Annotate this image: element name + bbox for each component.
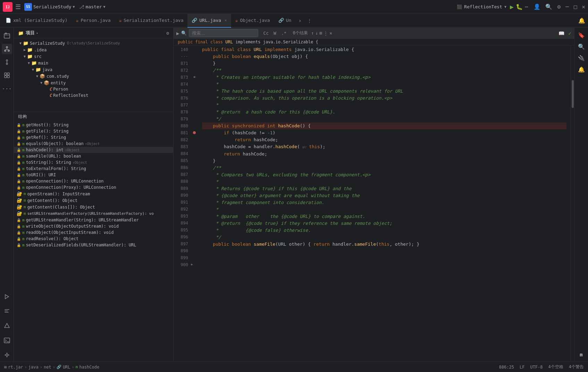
tree-java[interactable]: ▼ 📁 java bbox=[14, 66, 173, 73]
sidebar-vcs-icon[interactable] bbox=[2, 57, 12, 67]
search-close[interactable]: ✕ bbox=[329, 31, 332, 36]
branch-selector[interactable]: ⎇ master ▼ bbox=[79, 4, 106, 9]
search-case-sensitive[interactable]: Cc bbox=[262, 30, 270, 36]
search-panel-toggle[interactable]: ▶ bbox=[176, 31, 179, 36]
sidebar-run-icon[interactable] bbox=[2, 291, 12, 302]
search-regex[interactable]: .* bbox=[280, 30, 288, 36]
statusbar-lf[interactable]: LF bbox=[520, 365, 524, 370]
sidebar-terminal-icon[interactable] bbox=[2, 335, 12, 346]
search-icon[interactable]: 🔍 bbox=[545, 3, 552, 10]
sidebar-project-icon[interactable] bbox=[2, 31, 12, 41]
tab-context-menu[interactable]: ⋮ bbox=[304, 18, 314, 23]
close-btn[interactable]: ✕ bbox=[582, 3, 585, 10]
breakpoint-icon-881[interactable]: ● bbox=[193, 129, 196, 135]
run-more-button[interactable]: ⋯ bbox=[525, 3, 528, 10]
tab-serialization[interactable]: ☕ SerializationTest.java bbox=[115, 14, 187, 28]
tab-un[interactable]: 🔗 Un bbox=[274, 14, 296, 28]
breadcrumb-jar-label[interactable]: rt.jar bbox=[8, 365, 23, 370]
struct-item-getContentClass[interactable]: 🔐 m getContent(Class[]): Object bbox=[14, 204, 173, 210]
tab-url[interactable]: 🔗 URL.java ✕ bbox=[187, 14, 231, 28]
struct-item-openStream[interactable]: 🔐 m openStream(): InputStream bbox=[14, 191, 173, 197]
breadcrumb-url[interactable]: URL bbox=[63, 365, 70, 370]
right-marp-icon[interactable]: m bbox=[578, 350, 584, 359]
editor-doc-icon[interactable]: 📖 bbox=[558, 31, 564, 36]
struct-item-getHost[interactable]: 🔒 m getHost(): String bbox=[14, 122, 173, 128]
struct-item-equals[interactable]: 🔒 m equals(Object): boolean ↑Object bbox=[14, 141, 173, 147]
right-plugins-icon[interactable]: 🔌 bbox=[577, 53, 586, 63]
breadcrumb-method-icon: m bbox=[76, 365, 78, 369]
sidebar-build-icon[interactable] bbox=[2, 321, 12, 331]
minimize-btn[interactable]: ─ bbox=[565, 3, 569, 10]
struct-item-hashCode[interactable]: 🔒 m hashCode(): int ↑Object bbox=[14, 147, 173, 153]
struct-item-getURLStreamHandler[interactable]: 🔒 m getURLStreamHandler(String): URLStre… bbox=[14, 217, 173, 223]
vcs-update-icon[interactable]: 👤 bbox=[534, 3, 540, 10]
statusbar-encoding[interactable]: UTF-8 bbox=[530, 365, 543, 370]
struct-item-openConnection[interactable]: 🔒 m openConnection(): URLConnection bbox=[14, 178, 173, 184]
breadcrumb-net[interactable]: net bbox=[44, 365, 51, 370]
debug-button[interactable]: 🐛 bbox=[516, 3, 523, 10]
struct-item-readObject[interactable]: 🔒 m readObject(ObjectInputStream): void bbox=[14, 229, 173, 236]
right-notifications-icon[interactable]: 🔔 bbox=[577, 65, 586, 74]
code-line-871: } bbox=[202, 60, 566, 67]
struct-item-openConnectionProxy[interactable]: 🔒 m openConnection(Proxy): URLConnection bbox=[14, 184, 173, 191]
struct-item-toString[interactable]: 🔒 m toString(): String ↑Object bbox=[14, 159, 173, 166]
tab-url-close[interactable]: ✕ bbox=[225, 18, 227, 23]
sidebar-plugins-icon[interactable] bbox=[2, 70, 12, 81]
tabbar: 📄 xml (SerializeStudy) ☕ Person.java ☕ S… bbox=[0, 14, 588, 28]
run-button[interactable]: ▶ bbox=[510, 3, 514, 10]
search-next[interactable]: ↓ bbox=[316, 31, 318, 36]
struct-item-sameFile[interactable]: 🔒 m sameFile(URL): boolean bbox=[14, 153, 173, 159]
struct-item-getFile[interactable]: 🔒 m getFile(): String bbox=[14, 128, 173, 134]
struct-item-writeObject[interactable]: 🔒 m writeObject(ObjectOutputStream): voi… bbox=[14, 223, 173, 229]
right-bookmarks-icon[interactable]: 🔖 bbox=[577, 31, 586, 40]
sidebar-more-icon[interactable]: ··· bbox=[2, 83, 12, 94]
struct-method-icon-writeObject: m bbox=[22, 224, 25, 229]
notifications-icon[interactable]: 🔔 bbox=[578, 17, 585, 24]
struct-item-setURLStreamHandlerFactory[interactable]: 🔐 m setURLStreamHandlerFactory(URLStream… bbox=[14, 210, 173, 217]
tree-idea[interactable]: ▶ 📁 .idea bbox=[14, 46, 173, 53]
branch-name: master bbox=[86, 4, 102, 9]
tree-java-label: java bbox=[42, 67, 52, 72]
collapse-arrow-900[interactable]: ▶ bbox=[191, 262, 193, 266]
statusbar-warnings[interactable]: 4个警告 bbox=[569, 364, 584, 370]
file-tree-settings[interactable]: ⚙ bbox=[166, 31, 169, 36]
tab-object[interactable]: ☕ Object.java bbox=[231, 14, 274, 28]
tree-reflectiontest-icon: C bbox=[49, 93, 52, 98]
tree-src[interactable]: ▼ 📁 src bbox=[14, 53, 173, 60]
struct-item-toURI[interactable]: 🔒 m toURI(): URI bbox=[14, 172, 173, 178]
sidebar-text-icon[interactable] bbox=[2, 306, 12, 316]
settings-icon[interactable]: ⚙ bbox=[557, 3, 561, 10]
struct-lock-icon-writeObject: 🔒 bbox=[17, 225, 21, 228]
breadcrumb-hashcode[interactable]: hashCode bbox=[79, 365, 99, 370]
sidebar-structure-icon[interactable] bbox=[2, 44, 12, 54]
struct-item-getRef[interactable]: 🔒 m getRef(): String bbox=[14, 134, 173, 141]
right-search-icon[interactable]: 🔍 bbox=[577, 42, 586, 51]
tree-comstudy[interactable]: ▼ 📦 com.study bbox=[14, 73, 173, 79]
statusbar-indent[interactable]: 4个空格 bbox=[548, 364, 563, 370]
sidebar-git-icon[interactable] bbox=[2, 350, 12, 360]
tab-person[interactable]: ☕ Person.java bbox=[72, 14, 115, 28]
editor-check-icon[interactable]: ✓ bbox=[569, 31, 571, 36]
struct-item-getContent[interactable]: 🔐 m getContent(): Object bbox=[14, 197, 173, 204]
tree-reflectiontest[interactable]: C ReflectionTest bbox=[14, 92, 173, 99]
scrollbar[interactable] bbox=[571, 45, 574, 362]
tab-xml[interactable]: 📄 xml (SerializeStudy) bbox=[1, 14, 72, 28]
tree-root[interactable]: ▼ 📁 SerializeStudy D:\study\SerializeStu… bbox=[14, 40, 173, 46]
search-filter[interactable]: ⊞ bbox=[319, 31, 322, 36]
struct-item-readResolve[interactable]: 🔒 m readResolve(): Object bbox=[14, 236, 173, 242]
search-whole-word[interactable]: W bbox=[272, 30, 278, 36]
search-input[interactable] bbox=[189, 29, 258, 37]
search-more-options[interactable]: ⋮ bbox=[324, 31, 328, 36]
tree-main[interactable]: ▼ 📁 main bbox=[14, 60, 173, 66]
statusbar-position[interactable]: 886:25 bbox=[499, 365, 514, 370]
search-prev[interactable]: ↑ bbox=[311, 31, 314, 36]
tab-overflow-arrow[interactable]: › bbox=[295, 17, 304, 24]
struct-item-toExternalForm[interactable]: 🔒 m toExternalForm(): String bbox=[14, 166, 173, 172]
breadcrumb-java[interactable]: java bbox=[28, 365, 39, 370]
project-selector[interactable]: SS SerializeStudy ▼ bbox=[24, 3, 75, 11]
struct-item-setDeserializedFields[interactable]: 🔒 m setDeserializedFields(URLStreamHandl… bbox=[14, 242, 173, 248]
tree-entity[interactable]: ▼ 📦 entity bbox=[14, 79, 173, 86]
tree-person[interactable]: C Person bbox=[14, 86, 173, 92]
hamburger-menu[interactable]: ☰ bbox=[15, 3, 21, 10]
maximize-btn[interactable]: □ bbox=[574, 3, 577, 10]
